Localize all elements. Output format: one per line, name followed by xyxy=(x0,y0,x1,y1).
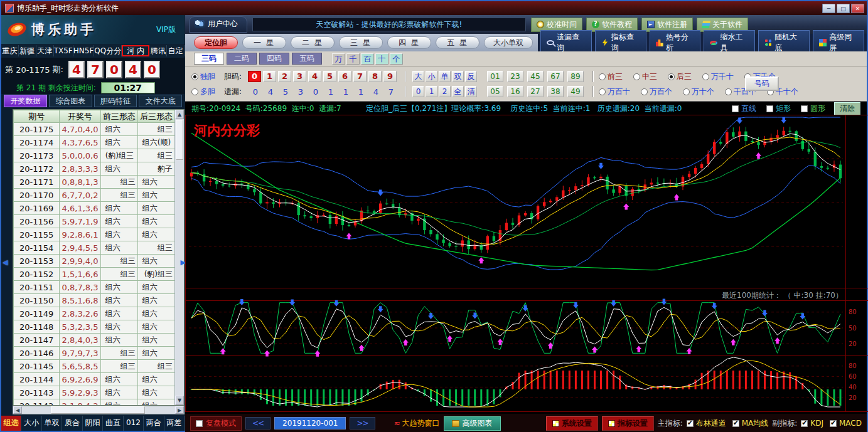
table-row[interactable]: 20-1156 5,9,7,1,9 组六 组六 xyxy=(14,215,175,228)
size-button[interactable]: 反 xyxy=(465,71,477,82)
filter-button[interactable]: 0 xyxy=(412,86,424,97)
col-period[interactable]: 期号 xyxy=(14,110,60,123)
mode-button[interactable]: 一 星 xyxy=(242,36,286,49)
position-radio[interactable]: 万百十 xyxy=(599,87,634,97)
position-radio[interactable]: 后三 xyxy=(668,71,695,82)
pair-button[interactable]: 67 xyxy=(547,71,564,82)
code-tab[interactable]: 四码 xyxy=(259,53,289,65)
advanced-chart-button[interactable]: 高级图表 xyxy=(444,416,501,431)
system-settings-button[interactable]: 系统设置 xyxy=(546,416,598,431)
table-row[interactable]: 20-1150 8,5,1,6,8 组六 组六 xyxy=(14,294,175,307)
filter-button[interactable]: 全 xyxy=(452,86,464,97)
category-tab[interactable]: 阴阳 xyxy=(83,416,103,431)
pane-left-arrow[interactable]: ◀ xyxy=(3,258,8,266)
lottery-tab[interactable]: 腾讯 xyxy=(149,45,167,56)
user-center-button[interactable]: 用户中心 xyxy=(189,16,247,33)
code-tab[interactable]: 二码 xyxy=(227,53,257,65)
table-row[interactable]: 20-1171 0,8,8,1,3 组三 组六 xyxy=(14,176,175,189)
lottery-tab[interactable]: 天津 xyxy=(36,45,54,56)
danma-number-button[interactable]: 7 xyxy=(353,71,367,82)
table-vscrollbar[interactable]: ▲ ▼ xyxy=(174,110,184,405)
lottery-tab[interactable]: 河 内 xyxy=(122,45,149,56)
digit-toggle[interactable]: 个 xyxy=(390,53,403,65)
col-front3[interactable]: 前三形态 xyxy=(100,110,137,123)
table-row[interactable]: 20-1151 0,8,7,8,3 组六 组六 xyxy=(14,281,175,294)
position-radio[interactable]: 前三 xyxy=(599,71,626,82)
pair-button[interactable]: 16 xyxy=(507,86,523,97)
table-row[interactable]: 20-1153 2,9,9,4,0 组三 组六 xyxy=(14,255,175,268)
table-row[interactable]: 20-1154 2,9,4,5,5 组六 组三 xyxy=(14,241,175,255)
size-button[interactable]: 单 xyxy=(439,71,451,82)
table-row[interactable]: 20-1149 2,8,3,2,6 组六 组六 xyxy=(14,307,175,320)
position-radio[interactable]: 万百个 xyxy=(641,87,676,97)
next-file-button[interactable]: >> xyxy=(350,417,375,429)
mode-button[interactable]: 定位胆 xyxy=(194,36,238,49)
view-tab[interactable]: 文件大底 xyxy=(139,95,182,107)
filter-button[interactable]: 2 xyxy=(439,86,451,97)
table-row[interactable]: 20-1170 6,7,7,0,2 组三 组六 xyxy=(14,189,175,202)
table-row[interactable]: 20-1172 2,8,3,3,3 组六 豹子 xyxy=(14,162,175,176)
indicator-checkbox[interactable]: MACD xyxy=(830,419,862,428)
table-row[interactable]: 20-1145 5,6,5,8,5 组三 组三 xyxy=(14,360,175,373)
table-row[interactable]: 20-1174 4,3,7,6,5 组六 组六(顺) xyxy=(14,136,175,149)
size-button[interactable]: 双 xyxy=(452,71,464,82)
table-row[interactable]: 20-1142 2,1,8,4,2 组六 组六 xyxy=(14,399,175,406)
scroll-up-icon[interactable]: ▲ xyxy=(175,110,184,119)
mode-button[interactable]: 大小单双 xyxy=(484,36,533,49)
view-tab[interactable]: 开奖数据 xyxy=(4,95,47,107)
filter-button[interactable]: 1 xyxy=(426,86,437,97)
lottery-tab[interactable]: 重庆 xyxy=(1,45,19,56)
digit-toggle[interactable]: 百 xyxy=(361,53,374,65)
table-row[interactable]: 20-1173 5,0,0,0,6 (豹)组三 组三 xyxy=(14,149,175,162)
lottery-tab[interactable]: HN5F xyxy=(73,45,95,56)
minimize-button[interactable]: ─ xyxy=(822,4,835,13)
size-button[interactable]: 小 xyxy=(426,71,437,82)
category-tab[interactable]: 两合 xyxy=(144,416,164,431)
table-row[interactable]: 20-1146 9,7,9,7,3 组三 组六 xyxy=(14,347,175,360)
danma-number-button[interactable]: 8 xyxy=(368,71,382,82)
single-dan-radio[interactable] xyxy=(191,73,198,80)
scroll-right-icon[interactable]: ▶ xyxy=(175,406,184,414)
danma-number-button[interactable]: 0 xyxy=(248,71,261,82)
category-tab[interactable]: 单双 xyxy=(42,416,62,431)
position-radio[interactable]: 中三 xyxy=(633,71,661,82)
pair-button[interactable]: 38 xyxy=(547,86,564,97)
lottery-tab[interactable]: QQ分分 xyxy=(94,45,122,56)
table-row[interactable]: 20-1152 1,5,1,6,6 组三 (豹)组三 xyxy=(14,268,175,281)
indicator-checkbox[interactable]: MA均线 xyxy=(732,418,769,429)
draw-tool-checkbox[interactable]: 圆形 xyxy=(801,103,825,114)
lottery-tab[interactable]: TX5F xyxy=(54,45,73,56)
mode-button[interactable]: 四 星 xyxy=(387,36,431,49)
pair-button[interactable]: 45 xyxy=(527,71,544,82)
code-tab[interactable]: 五码 xyxy=(292,53,322,65)
table-hscrollbar[interactable]: ◀ ▶ xyxy=(13,406,185,414)
maximize-button[interactable]: □ xyxy=(837,4,850,13)
pair-button[interactable]: 49 xyxy=(567,86,584,97)
digit-toggle[interactable]: 十 xyxy=(375,53,388,65)
category-tab[interactable]: 曲直 xyxy=(103,416,123,431)
scroll-left-icon[interactable]: ◀ xyxy=(13,406,22,414)
digit-toggle[interactable]: 千 xyxy=(346,53,360,65)
pair-button[interactable]: 01 xyxy=(487,71,503,82)
replay-mode-toggle[interactable]: 复盘模式 xyxy=(190,416,242,431)
digit-toggle[interactable]: 万 xyxy=(332,53,345,65)
draw-tool-checkbox[interactable]: 直线 xyxy=(732,103,756,114)
table-row[interactable]: 20-1143 5,9,2,9,3 组六 组六 xyxy=(14,386,175,399)
prev-file-button[interactable]: << xyxy=(245,417,271,429)
pair-button[interactable]: 27 xyxy=(527,86,544,97)
mode-button[interactable]: 五 星 xyxy=(436,36,480,49)
pair-button[interactable]: 89 xyxy=(567,71,584,82)
danma-number-button[interactable]: 1 xyxy=(263,71,276,82)
close-button[interactable]: ✕ xyxy=(851,4,864,13)
size-button[interactable]: 大 xyxy=(412,71,424,82)
col-code[interactable]: 开奖号 xyxy=(60,110,100,123)
position-radio[interactable]: 万千十 xyxy=(702,71,737,82)
view-tab[interactable]: 胆码特征 xyxy=(94,95,137,107)
pair-button[interactable]: 05 xyxy=(487,86,503,97)
vscroll-thumb[interactable] xyxy=(176,120,183,160)
table-row[interactable]: 20-1155 9,2,8,6,1 组六 组六 xyxy=(14,228,175,241)
table-row[interactable]: 20-1148 5,3,2,3,5 组六 组六 xyxy=(14,320,175,334)
multi-dan-radio[interactable] xyxy=(191,88,198,95)
draw-tool-checkbox[interactable]: 矩形 xyxy=(766,103,791,114)
hscroll-thumb[interactable] xyxy=(51,406,145,414)
